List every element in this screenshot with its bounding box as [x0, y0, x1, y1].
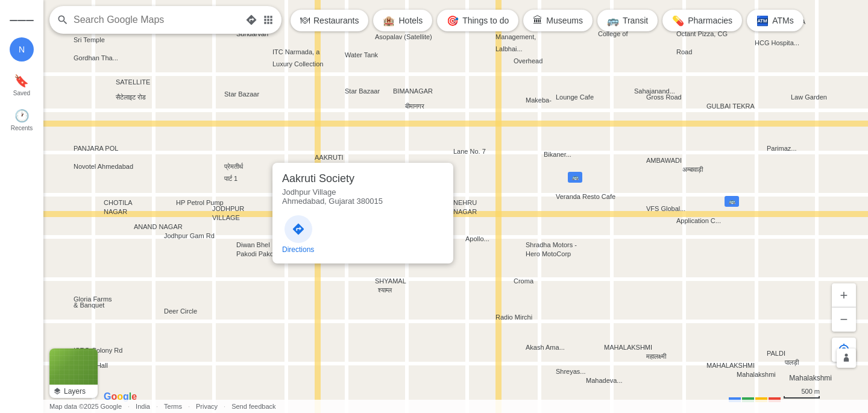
- main-road: [43, 121, 868, 127]
- sidebar: N 🔖 Saved 🕐 Recents: [0, 0, 43, 413]
- footer-bar: Map data ©2025 Google · India · Terms · …: [43, 400, 868, 413]
- map-place-label: Gross Road: [646, 93, 682, 101]
- info-card-subtitle-line1: Jodhpur Village: [282, 188, 444, 197]
- sidebar-item-recents[interactable]: 🕐 Recents: [11, 109, 33, 131]
- layers-label: Layers: [64, 387, 86, 396]
- pharmacies-icon: 💊: [672, 15, 684, 27]
- pegman-svg: [840, 352, 852, 364]
- street-view-button[interactable]: [837, 348, 856, 368]
- road: [43, 151, 868, 154]
- road: [755, 0, 758, 413]
- main-road: [43, 211, 868, 217]
- grid-svg: [262, 14, 274, 26]
- road: [610, 0, 614, 413]
- directions-action-button[interactable]: Directions: [282, 215, 314, 254]
- footer-india[interactable]: India: [136, 403, 150, 410]
- mahalakshmi-label: Mahalakshmi: [789, 374, 832, 382]
- map-place-label: Mahadeva...: [586, 377, 623, 384]
- transit-label: Transit: [623, 16, 648, 25]
- search-icon[interactable]: [57, 14, 69, 26]
- museums-button[interactable]: 🏛 Museums: [523, 10, 593, 31]
- map-place-label: Gordhan Tha...: [74, 54, 118, 61]
- museums-label: Museums: [546, 16, 583, 25]
- sidebar-item-saved[interactable]: 🔖 Saved: [13, 74, 30, 96]
- map-place-label: Hero MotoCorp: [526, 250, 571, 257]
- toolbar: 🍽 Restaurants 🏨 Hotels 🎯 Things to do 🏛 …: [291, 10, 804, 31]
- footer-sep1: ·: [128, 403, 130, 410]
- map-place-label: Lounge Cafe: [556, 93, 594, 101]
- layers-label-bar: Layers: [49, 385, 98, 398]
- map-place-label: Management,: [495, 33, 536, 40]
- saved-label: Saved: [13, 90, 30, 96]
- pharmacies-button[interactable]: 💊 Pharmacies: [662, 10, 742, 31]
- restaurants-button[interactable]: 🍽 Restaurants: [291, 10, 368, 31]
- directions-svg: [245, 14, 257, 26]
- bus-stop-marker: 🚌: [725, 196, 739, 207]
- account-initial: N: [19, 45, 25, 54]
- road: [43, 277, 868, 281]
- map-place-label: Akash Ama...: [526, 344, 565, 351]
- map-place-label: Deer Circle: [164, 307, 197, 315]
- zoom-out-button[interactable]: −: [832, 307, 856, 332]
- layers-thumbnail-inner: [49, 348, 98, 385]
- grid-icon[interactable]: [262, 14, 274, 26]
- search-input[interactable]: [74, 14, 241, 25]
- map-place-label: ANAND NAGAR: [134, 223, 183, 230]
- road: [212, 0, 216, 413]
- map-place-label: Novotel Ahmedabad: [74, 163, 133, 170]
- map-place-label: महालक्ष्मी: [646, 353, 666, 361]
- search-svg: [57, 14, 69, 26]
- menu-button[interactable]: [10, 8, 34, 33]
- menu-icon-bar1: [10, 20, 17, 21]
- search-bar: [49, 6, 281, 34]
- footer-privacy[interactable]: Privacy: [196, 403, 218, 410]
- map-place-label: AMBAWADI: [646, 157, 682, 164]
- layers-icon: [53, 387, 61, 396]
- things-to-do-button[interactable]: 🎯 Things to do: [437, 10, 518, 31]
- footer-sep2: ·: [156, 403, 158, 410]
- map-place-label: HP Petrol Pump: [176, 199, 224, 206]
- zoom-in-button[interactable]: +: [832, 283, 856, 307]
- road: [815, 0, 819, 413]
- directions-icon[interactable]: [245, 14, 257, 26]
- atms-icon: 🏧: [756, 15, 769, 27]
- info-card: Aakruti Society Jodhpur Village Ahmedaba…: [272, 163, 453, 263]
- directions-action-label: Directions: [282, 245, 314, 254]
- footer-send-feedback[interactable]: Send feedback: [231, 403, 275, 410]
- footer-terms[interactable]: Terms: [164, 403, 182, 410]
- road: [43, 362, 868, 365]
- recents-label: Recents: [11, 125, 33, 131]
- scale-line: [784, 396, 820, 399]
- info-card-title: Aakruti Society: [282, 172, 444, 185]
- transit-button[interactable]: 🚌 Transit: [597, 10, 658, 31]
- transit-icon: 🚌: [607, 15, 619, 27]
- map-place-label: Water Tank: [345, 51, 378, 58]
- map-area[interactable]: Sri Temple Gordhan Tha... SATELLITE सैटे…: [43, 0, 868, 413]
- info-card-actions: Directions: [272, 210, 453, 263]
- map-place-label: Shradha Motors -: [526, 241, 577, 248]
- museums-icon: 🏛: [533, 15, 542, 26]
- layers-button[interactable]: Layers: [49, 348, 98, 398]
- layers-thumbnail: [49, 348, 98, 385]
- map-place-label: Shreyas...: [556, 368, 586, 375]
- pharmacies-label: Pharmacies: [688, 16, 732, 25]
- hotels-button[interactable]: 🏨 Hotels: [373, 10, 432, 31]
- menu-icon-bar2: [17, 20, 25, 21]
- hotels-label: Hotels: [398, 16, 423, 25]
- zoom-controls: + −: [832, 283, 856, 332]
- pegman-icon: [837, 348, 856, 368]
- atms-button[interactable]: 🏧 ATMs: [747, 10, 804, 31]
- scale-label: 500 m: [801, 388, 820, 395]
- map-place-label: ITC Narmada, a: [272, 48, 319, 55]
- map-place-label: SATELLITE: [116, 78, 150, 86]
- things-label: Things to do: [462, 16, 509, 25]
- map-place-label: BIMANAGAR: [393, 87, 433, 95]
- directions-action-icon: [292, 222, 305, 236]
- map-place-label: HCG Hospita...: [755, 39, 799, 46]
- footer-sep3: ·: [188, 403, 190, 410]
- account-avatar[interactable]: N: [10, 37, 34, 61]
- map-place-label: Law Garden: [791, 93, 827, 101]
- road: [465, 0, 469, 413]
- map-place-label: Sri Temple: [74, 36, 105, 43]
- restaurants-icon: 🍽: [300, 15, 310, 26]
